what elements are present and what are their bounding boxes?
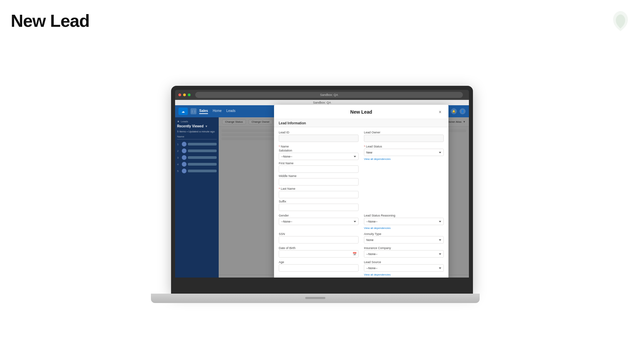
minimize-dot xyxy=(183,94,186,96)
age-row: Age Lead Source --None-- xyxy=(279,260,444,276)
modal-close-button[interactable]: × xyxy=(437,109,443,115)
nav-leads[interactable]: Leads xyxy=(226,109,235,114)
ssn-input[interactable] xyxy=(279,236,359,244)
list-item: 3 xyxy=(177,154,217,161)
notification-icon[interactable]: 🔔 xyxy=(451,108,457,114)
lead-status-label: Lead Status xyxy=(364,145,444,148)
middle-name-label: Middle Name xyxy=(279,174,359,178)
salutation-subfield: Salutation --None-- xyxy=(279,149,359,160)
maximize-dot xyxy=(188,94,191,96)
avatar xyxy=(182,155,186,160)
insurance-company-field: Insurance Company --None-- xyxy=(364,246,444,258)
suffix-input[interactable] xyxy=(279,204,359,211)
ssn-label: SSN xyxy=(279,232,359,236)
insurance-company-label: Insurance Company xyxy=(364,246,444,250)
list-item: 2 xyxy=(177,147,217,154)
ssn-row: SSN Annuity Type None xyxy=(279,232,444,244)
laptop: Sandbox: QA Sandbox: QA ☁ ⋮⋮ xyxy=(171,86,473,294)
sf-main: Change Status Change Owner Owner Alias ▼ xyxy=(219,117,469,278)
age-field: Age xyxy=(279,260,359,276)
lead-owner-label: Lead Owner xyxy=(364,131,444,134)
modal-title: New Lead xyxy=(285,109,437,115)
salutation-label: Salutation xyxy=(279,149,359,152)
last-name-subfield: Last Name xyxy=(279,187,359,198)
dob-input[interactable] xyxy=(279,250,359,258)
age-label: Age xyxy=(279,260,359,264)
laptop-screen: Sandbox: QA Sandbox: QA ☁ ⋮⋮ xyxy=(175,90,469,278)
name-label: Name xyxy=(279,145,359,148)
nav-sales[interactable]: Sales xyxy=(199,109,208,114)
app-logo xyxy=(610,9,631,29)
modal-body: Lead ID Lead Owner xyxy=(274,127,448,278)
middle-name-subfield: Middle Name xyxy=(279,174,359,186)
modal-header: New Lead × xyxy=(274,105,448,119)
lead-id-label: Lead ID xyxy=(279,131,359,134)
sidebar-recently-viewed: Recently Viewed ▼ xyxy=(177,124,217,128)
salesforce-logo: ☁ xyxy=(178,108,188,115)
sf-app: Sandbox: QA ☁ ⋮⋮ Sales Home Leads xyxy=(175,100,469,278)
view-dependencies-2[interactable]: View all dependencies xyxy=(364,227,444,230)
lead-status-field: Lead Status New View all dependencies xyxy=(364,145,444,211)
lead-owner-field: Lead Owner xyxy=(364,131,444,142)
list-item: 1 xyxy=(177,141,217,147)
lead-source-select[interactable]: --None-- xyxy=(364,264,444,272)
gender-label: Gender xyxy=(279,214,359,217)
avatar xyxy=(182,148,186,153)
close-dot xyxy=(178,94,181,96)
dob-label: Date of Birth xyxy=(279,246,359,250)
salutation-select[interactable]: --None-- xyxy=(279,153,359,160)
grid-icon[interactable]: ⋮⋮ xyxy=(191,108,197,114)
avatar xyxy=(182,169,186,173)
last-name-input[interactable] xyxy=(279,191,359,198)
lead-id-input[interactable] xyxy=(279,135,359,142)
middle-name-input[interactable] xyxy=(279,178,359,186)
laptop-wrapper: Sandbox: QA Sandbox: QA ☁ ⋮⋮ xyxy=(54,40,590,349)
name-row: Name Salutation --None-- xyxy=(279,145,444,211)
ssn-field: SSN xyxy=(279,232,359,244)
suffix-subfield: Suffix xyxy=(279,200,359,211)
dob-row: Date of Birth 📅 Insurance Company xyxy=(279,246,444,258)
age-input[interactable] xyxy=(279,264,359,272)
first-name-input[interactable] xyxy=(279,166,359,173)
avatar xyxy=(182,162,186,167)
gender-select[interactable]: --None-- xyxy=(279,218,359,225)
sf-content: ★ Leads Recently Viewed ▼ 5 Items • Upda… xyxy=(175,117,469,278)
lead-status-select[interactable]: New xyxy=(364,149,444,156)
suffix-label: Suffix xyxy=(279,200,359,203)
lead-source-label: Lead Source xyxy=(364,260,444,264)
lead-id-field: Lead ID xyxy=(279,131,359,142)
annuity-type-label: Annuity Type xyxy=(364,232,444,236)
dob-field: Date of Birth 📅 xyxy=(279,246,359,258)
view-dependencies-3[interactable]: View all dependencies xyxy=(364,273,444,276)
modal-section-header: Lead Information xyxy=(274,119,448,127)
sidebar-table-header: Name xyxy=(177,135,217,139)
page-title: New Lead xyxy=(11,11,90,31)
nav-home[interactable]: Home xyxy=(213,109,222,114)
last-name-label: Last Name xyxy=(279,187,359,190)
gender-row: Gender --None-- Lead Status Reasoning xyxy=(279,214,444,230)
lead-status-reasoning-select[interactable]: --None-- xyxy=(364,218,444,225)
gender-field: Gender --None-- xyxy=(279,214,359,230)
annuity-type-field: Annuity Type None xyxy=(364,232,444,244)
list-item: 5 xyxy=(177,168,217,174)
list-item: 4 xyxy=(177,161,217,168)
sf-sidebar: ★ Leads Recently Viewed ▼ 5 Items • Upda… xyxy=(175,117,219,278)
avatar xyxy=(182,142,186,146)
insurance-company-select[interactable]: --None-- xyxy=(364,250,444,258)
lead-id-owner-row: Lead ID Lead Owner xyxy=(279,131,444,142)
lead-source-field: Lead Source --None-- View all dependenci… xyxy=(364,260,444,276)
lead-owner-input[interactable] xyxy=(364,135,444,142)
name-subfields: Salutation --None-- First Name xyxy=(279,149,359,211)
first-name-subfield: First Name xyxy=(279,162,359,173)
calendar-icon: 📅 xyxy=(353,252,357,256)
new-lead-modal: New Lead × Lead Information xyxy=(274,105,448,278)
lead-status-reasoning-label: Lead Status Reasoning xyxy=(364,214,444,217)
sidebar-back[interactable]: ★ Leads xyxy=(177,120,217,123)
annuity-type-select[interactable]: None xyxy=(364,236,444,244)
lead-status-reasoning-field: Lead Status Reasoning --None-- View all … xyxy=(364,214,444,230)
dob-input-wrapper: 📅 xyxy=(279,250,359,258)
user-avatar[interactable]: 👤 xyxy=(460,108,466,114)
view-dependencies-1[interactable]: View all dependencies xyxy=(364,158,444,161)
browser-chrome: Sandbox: QA xyxy=(175,90,469,100)
browser-address-bar: Sandbox: QA xyxy=(195,92,463,98)
